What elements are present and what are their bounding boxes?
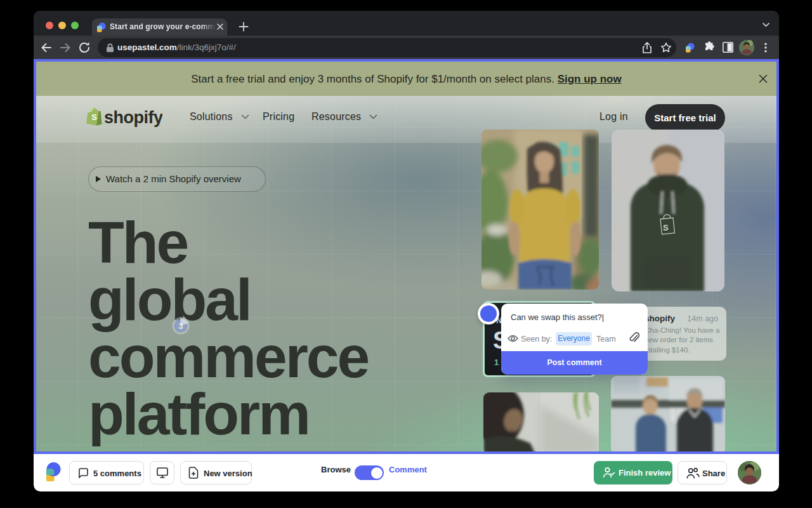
svg-text:shopify: shopify	[104, 108, 162, 127]
svg-text:S: S	[91, 112, 97, 122]
svg-text:3: 3	[179, 322, 183, 331]
